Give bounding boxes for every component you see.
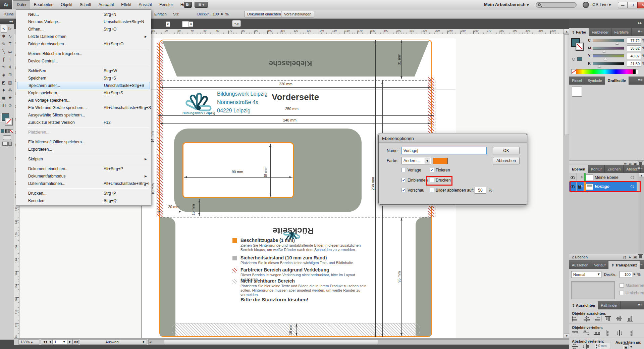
menubar-item-bearbeiten[interactable]: Bearbeiten (30, 0, 57, 9)
menu-item-dateiinformationen[interactable]: Dateiinformationen...Alt+Umschalttaste+S… (17, 180, 150, 187)
style-swatch[interactable] (182, 21, 189, 27)
dialog-title[interactable]: Ebenenoptionen (379, 134, 527, 143)
umkehren-checkbox[interactable] (620, 291, 624, 295)
panel-menu-icon[interactable]: ▼≡ (638, 263, 643, 266)
black-swatch[interactable] (633, 69, 636, 74)
spinner-icon[interactable]: ▶ (634, 272, 636, 276)
cs-live-menu[interactable]: CS Live ▼ (592, 0, 611, 9)
chevron-down-icon[interactable]: ▼ (189, 21, 193, 27)
menubar-item-auswahl[interactable]: Auswahl (95, 0, 117, 9)
abblenden-checkbox[interactable] (430, 188, 434, 192)
channel-value-input[interactable]: 36,62 (627, 45, 641, 51)
tool-icon-1[interactable]: ▷ (7, 25, 13, 33)
menu-item-neu[interactable]: Neu...Strg+N (17, 11, 150, 18)
align-vcenter-icon[interactable] (616, 316, 624, 321)
graphic-style-thumbnail[interactable] (572, 87, 582, 97)
layer-name[interactable]: Meine Ebene (595, 175, 619, 180)
opacity-value[interactable]: 100 (213, 9, 219, 19)
channel-slider[interactable] (593, 62, 624, 65)
tool-icon-19[interactable]: # (7, 94, 13, 102)
next-page-button[interactable]: ▶ (67, 339, 72, 345)
align-left-icon[interactable] (572, 316, 579, 321)
page-number-field[interactable]: 1 ▼ (52, 339, 67, 345)
tab-transparenz[interactable]: ⇕ Transparenz (608, 261, 640, 269)
gradient-button[interactable] (5, 129, 9, 133)
tab-pathfinder[interactable]: Pathfinder (598, 301, 621, 309)
menubar-item-objekt[interactable]: Objekt (57, 0, 76, 9)
channel-value-input[interactable]: 21,59 (627, 61, 641, 67)
slider-knob[interactable] (604, 57, 607, 60)
einblenden-checkbox-label[interactable]: Einblenden (408, 178, 428, 183)
scrollbar-thumb[interactable] (564, 34, 569, 135)
spinner-icon[interactable]: ▶ (221, 9, 223, 19)
tool-icon-13[interactable]: ⊞ (7, 71, 13, 79)
deckkr-link[interactable]: Deckkr.: (197, 9, 211, 19)
tool-icon-14[interactable]: ◩ (1, 79, 7, 87)
menu-item-bridge-durchsuchen[interactable]: Bridge durchsuchen...Alt+Strg+O (17, 40, 150, 48)
space-v-icon[interactable] (572, 344, 579, 349)
tab-verlauf[interactable]: Verlauf (591, 261, 608, 269)
align-top-icon[interactable] (605, 316, 612, 321)
dist-bottom-icon[interactable] (594, 330, 601, 336)
menu-item-letzte-dateien-öffnen[interactable]: Letzte Dateien öffnen▶ (17, 33, 150, 40)
color-button[interactable] (1, 129, 4, 133)
abblenden-checkbox-label[interactable]: Bilder abblenden auf: (436, 188, 474, 193)
horizontal-scrollbar[interactable]: ◀ (148, 339, 577, 345)
search-input[interactable] (536, 2, 577, 8)
document-setup-button[interactable]: Dokument einrichten (244, 11, 284, 17)
einblenden-checkbox[interactable]: ✔ (401, 178, 406, 182)
menubar-item-schrift[interactable]: Schrift (76, 0, 95, 9)
menu-item-platzieren[interactable]: Platzieren... (17, 129, 150, 136)
dist-vcenter-icon[interactable] (583, 330, 590, 336)
space-h-icon[interactable] (583, 344, 590, 349)
draw-mode-button[interactable] (3, 135, 11, 140)
tool-icon-9[interactable]: ≀ (7, 56, 13, 63)
scroll-up-icon[interactable]: ▲ (564, 29, 570, 34)
workspace-switcher[interactable]: Mein Arbeitsbereich ▼ (484, 0, 529, 9)
stroke-swatch[interactable] (576, 43, 583, 50)
last-color-swatch[interactable] (577, 57, 582, 61)
panel-menu-icon[interactable]: ▼≡ (638, 167, 643, 170)
tab-farbhilfe[interactable]: Farbhilfe (611, 28, 632, 36)
last-page-button[interactable]: ▶▶ (72, 339, 78, 345)
eye-icon[interactable] (571, 176, 575, 179)
layer-row-meine-ebene[interactable]: ▷Meine Ebene (569, 173, 637, 182)
arrange-documents-button[interactable]: ▦ ▼ (195, 2, 208, 8)
menu-item-device-central[interactable]: Device Central... (17, 57, 150, 65)
tab-ebenen[interactable]: Ebenen (569, 165, 588, 173)
slider-knob[interactable] (602, 50, 606, 52)
fill-stroke-indicator[interactable] (0, 113, 14, 128)
tool-icon-21[interactable]: ⊕ (7, 102, 13, 110)
scroll-down-icon[interactable]: ▼ (564, 333, 570, 338)
channel-value-input[interactable]: 40,07 (627, 53, 641, 59)
tool-icon-3[interactable]: ∿ (7, 33, 13, 40)
select-similar-button[interactable]: ↖▼ (232, 20, 241, 27)
tab-kontur[interactable]: Kontur (588, 165, 605, 173)
menubar-item-ansicht[interactable]: Ansicht (135, 0, 156, 9)
white-swatch[interactable] (636, 69, 638, 74)
close-button[interactable]: ✕ (637, 2, 644, 8)
menubar-item-datei[interactable]: Datei (13, 0, 30, 9)
target-circle-icon[interactable] (631, 176, 634, 179)
first-page-button[interactable]: ◀◀ (41, 339, 47, 345)
menu-item-für-web-und-geräte-speichern[interactable]: Für Web und Geräte speichern...Alt+Umsch… (17, 104, 150, 111)
menu-item-speichern-unter[interactable]: Speichern unter...Umschalttaste+Strg+S (17, 82, 150, 89)
new-layer-icon[interactable]: ▣ (634, 255, 637, 260)
slider-knob[interactable] (598, 65, 601, 67)
screen-mode-button-2[interactable] (8, 142, 12, 146)
panel-menu-icon[interactable]: ▼≡ (638, 303, 643, 306)
opacity-value[interactable]: 100 (620, 271, 632, 278)
tool-icon-7[interactable]: ▭ (7, 48, 13, 56)
vorschau-checkbox-label[interactable]: Vorschau (408, 188, 424, 193)
tool-icon-5[interactable]: T (7, 40, 13, 48)
tab-aussehen[interactable]: Aussehen (569, 261, 591, 269)
stroke-swatch[interactable] (5, 118, 12, 125)
menu-item-öffnen[interactable]: Öffnen...Strg+O (17, 26, 150, 33)
menu-item-meinen-bildschirm-freigeben[interactable]: Meinen Bildschirm freigeben... (17, 50, 150, 57)
align-hcenter-icon[interactable] (583, 316, 590, 321)
menu-item-drucken[interactable]: Drucken...Strg+P (17, 190, 150, 197)
align-bottom-icon[interactable] (627, 316, 635, 321)
layer-color-swatch[interactable] (433, 158, 448, 164)
tab-zeichen[interactable]: Zeichen (605, 165, 624, 173)
menu-item-dokument-einrichten[interactable]: Dokument einrichten...Alt+Strg+P (17, 165, 150, 172)
